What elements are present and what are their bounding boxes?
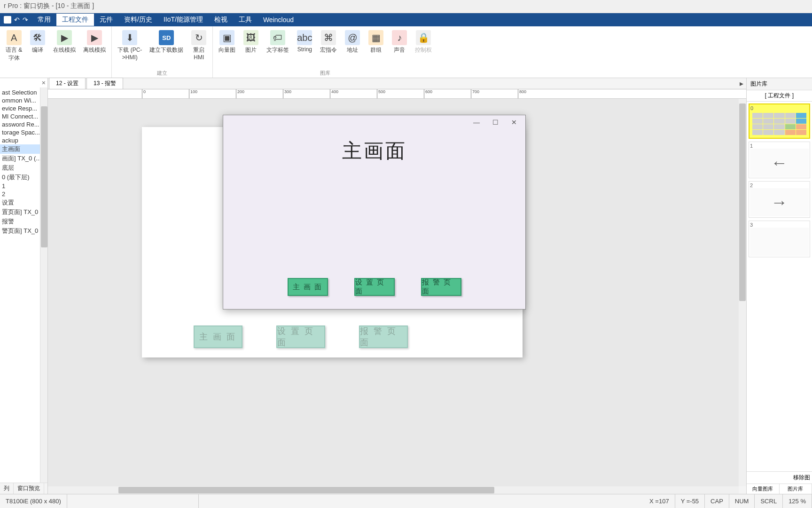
ribbon-build-download[interactable]: SD建立下载数据 (146, 29, 187, 62)
tab-nav-right-icon[interactable]: ▸ (740, 79, 743, 88)
library-item-num: 3 (750, 222, 809, 228)
ruler-tick: 0 (142, 89, 146, 99)
menu-weincloud[interactable]: Weincloud (258, 14, 299, 25)
close-icon[interactable]: ✕ (505, 117, 523, 128)
ribbon-macro[interactable]: ⌘宏指令 (316, 29, 341, 55)
library-item-num: 0 (750, 105, 808, 111)
ribbon-address[interactable]: @地址 (341, 29, 364, 55)
status-caps: CAP (705, 494, 729, 508)
menu-data-history[interactable]: 资料/历史 (118, 14, 158, 26)
ribbon-string[interactable]: abcString (293, 29, 316, 55)
ruler-tick: 500 (377, 89, 385, 99)
menu-project-file[interactable]: 工程文件 (56, 14, 94, 26)
library-item-1[interactable]: 1 ← (749, 142, 810, 178)
status-zoom[interactable]: 125 % (783, 494, 812, 508)
ruler-tick: 800 (518, 89, 526, 99)
quick-access-toolbar: ↶ ↷ (0, 16, 32, 24)
design-btn-alarm[interactable]: 报 警 页 面 (359, 325, 408, 348)
library-item-3[interactable]: 3 (749, 221, 810, 257)
ribbon-image[interactable]: 🖼图片 (239, 29, 263, 55)
runtime-title-text: 主画面 (223, 138, 525, 164)
status-scrl: SCRL (755, 494, 783, 508)
blank-thumb (750, 228, 809, 256)
right-panel-title: 图片库 (747, 78, 812, 90)
menu-iiot[interactable]: IIoT/能源管理 (158, 14, 209, 26)
canvas-vscrollbar[interactable] (739, 99, 746, 486)
ribbon-restart-hmi[interactable]: ↻重启 HMI (187, 29, 211, 62)
tree-scrollbar[interactable] (40, 87, 47, 494)
runtime-btn-main[interactable]: 主 画 面 (288, 278, 328, 296)
runtime-btn-alarm[interactable]: 报 警 页 面 (421, 278, 461, 296)
arrow-left-icon: ← (750, 149, 809, 177)
left-panel: × ast Selection ommon Wi... evice Resp..… (0, 78, 48, 494)
qat-save-icon[interactable] (4, 16, 11, 24)
ribbon-offline-sim[interactable]: ▶离线模拟 (79, 29, 109, 63)
ribbon: A语言 & 字体 🛠编译 ▶在线模拟 ▶离线模拟 ⬇下载 (PC- >HMI) … (0, 26, 812, 78)
library-item-2[interactable]: 2 → (749, 181, 810, 218)
status-empty1 (67, 494, 199, 508)
runtime-button-row: 主 画 面 设 置 页 面 报 警 页 面 (223, 278, 525, 296)
left-tab-list[interactable]: 列 (0, 483, 14, 494)
statusbar: T8100iE (800 x 480) X = 107 Y = -55 CAP … (0, 494, 812, 508)
left-panel-close-icon[interactable]: × (42, 79, 46, 87)
ribbon-group-build: 建立 (157, 69, 167, 77)
right-panel-subtitle: [ 工程文件 ] (747, 90, 812, 102)
status-y: Y = -55 (675, 494, 705, 508)
qat-undo-icon[interactable]: ↶ (14, 16, 20, 24)
arrow-right-icon: → (750, 188, 809, 216)
menu-tools[interactable]: 工具 (233, 14, 258, 26)
doc-tab-settings[interactable]: 12 - 设置 (49, 78, 86, 89)
rp-tab-image[interactable]: 图片库 (780, 484, 812, 494)
design-btn-main[interactable]: 主 画 面 (194, 325, 242, 348)
ribbon-group-library: 图库 (320, 69, 330, 77)
right-panel: 图片库 [ 工程文件 ] 0 1 ← 2 → 3 (746, 78, 812, 494)
remove-image-button[interactable]: 移除图 (747, 471, 812, 484)
status-model: T8100iE (800 x 480) (0, 494, 67, 508)
status-num: NUM (729, 494, 755, 508)
right-panel-tabs: 向量图库 图片库 (747, 484, 812, 494)
tree-scroll-thumb[interactable] (41, 106, 47, 247)
design-canvas[interactable]: 主 画 面 设 置 页 面 报 警 页 面 — ☐ ✕ 主画面 主 画 面 设 … (48, 99, 739, 486)
ribbon-vector[interactable]: ▣向量图 (215, 29, 239, 55)
ribbon-lang-font[interactable]: A语言 & 字体 (2, 29, 26, 63)
canvas-area: 12 - 设置 13 - 报警 ▸ 0 100 200 300 400 500 … (48, 78, 746, 494)
keypad-thumb (750, 111, 808, 137)
runtime-titlebar: — ☐ ✕ (223, 115, 525, 129)
design-btn-settings[interactable]: 设 置 页 面 (276, 325, 325, 348)
ruler-tick: 100 (189, 89, 197, 99)
document-tabs: 12 - 设置 13 - 报警 ▸ (48, 78, 746, 89)
menu-component[interactable]: 元件 (94, 14, 118, 26)
doc-tab-alarm[interactable]: 13 - 报警 (86, 78, 123, 89)
ribbon-text-label[interactable]: 🏷文字标签 (263, 29, 293, 55)
hscroll-thumb[interactable] (118, 487, 494, 493)
maximize-icon[interactable]: ☐ (486, 117, 505, 128)
image-library-list: 0 1 ← 2 → 3 (747, 102, 812, 471)
ribbon-download[interactable]: ⬇下载 (PC- >HMI) (114, 29, 146, 62)
ruler-tick: 300 (283, 89, 291, 99)
minimize-icon[interactable]: — (467, 117, 486, 128)
menu-common[interactable]: 常用 (32, 14, 56, 26)
ribbon-sound[interactable]: ♪声音 (388, 29, 411, 55)
ribbon-control: 🔒控制权 (411, 29, 436, 55)
ruler-tick: 200 (236, 89, 244, 99)
qat-redo-icon[interactable]: ↷ (23, 16, 28, 24)
canvas-hscrollbar[interactable] (48, 486, 739, 494)
left-panel-tabs: 列 窗口预览 (0, 483, 47, 494)
ruler-tick: 600 (424, 89, 432, 99)
ruler-tick: 700 (471, 89, 479, 99)
runtime-btn-settings[interactable]: 设 置 页 面 (354, 278, 395, 296)
ribbon-online-sim[interactable]: ▶在线模拟 (49, 29, 79, 63)
library-item-0[interactable]: 0 (749, 103, 810, 139)
runtime-preview-window: — ☐ ✕ 主画面 主 画 面 设 置 页 面 报 警 页 面 (223, 115, 526, 310)
ribbon-compile[interactable]: 🛠编译 (26, 29, 49, 63)
ribbon-group-btn[interactable]: ▦群组 (364, 29, 388, 55)
vscroll-thumb[interactable] (739, 103, 746, 301)
menu-view[interactable]: 检视 (209, 14, 233, 26)
ruler-tick: 400 (330, 89, 338, 99)
content-area: × ast Selection ommon Wi... evice Resp..… (0, 78, 812, 494)
library-item-num: 1 (750, 143, 809, 149)
library-item-num: 2 (750, 183, 809, 188)
rp-tab-vector[interactable]: 向量图库 (747, 484, 780, 494)
horizontal-ruler: 0 100 200 300 400 500 600 700 800 (48, 89, 746, 99)
left-tab-preview[interactable]: 窗口预览 (14, 483, 44, 494)
